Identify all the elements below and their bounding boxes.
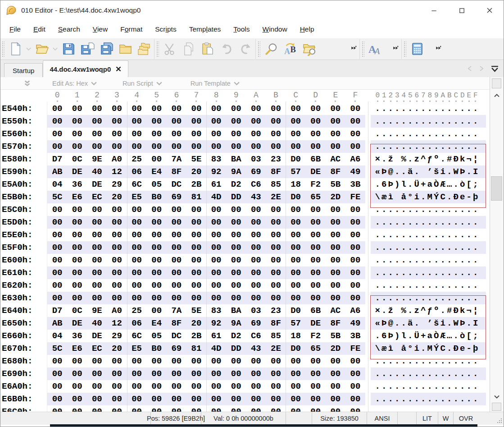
hex-byte[interactable]: 00 xyxy=(206,102,226,115)
ascii-char[interactable]: . xyxy=(427,393,433,405)
ascii-char[interactable]: . xyxy=(427,229,433,241)
ascii-char[interactable]: . xyxy=(394,216,401,229)
ascii-char[interactable]: . xyxy=(413,241,420,254)
hex-byte[interactable]: 20 xyxy=(186,317,206,330)
hex-byte[interactable]: 00 xyxy=(47,115,67,128)
hex-byte[interactable]: 00 xyxy=(147,203,167,216)
toolbar-grip[interactable] xyxy=(156,41,159,58)
ascii-char[interactable]: . xyxy=(453,380,459,393)
hex-byte[interactable]: DE xyxy=(67,165,87,178)
hex-byte[interactable]: 40 xyxy=(87,317,107,330)
hex-byte[interactable]: 2E xyxy=(266,342,286,355)
hex-byte[interactable]: 00 xyxy=(127,229,147,241)
tab-list-icon[interactable] xyxy=(490,65,499,72)
hex-byte[interactable]: 36 xyxy=(67,330,87,342)
hex-byte[interactable]: 00 xyxy=(306,367,326,380)
ascii-char[interactable]: . xyxy=(381,254,388,266)
hex-byte[interactable]: 00 xyxy=(226,115,246,128)
hex-byte[interactable]: D0 xyxy=(286,342,306,355)
ascii-char[interactable]: . xyxy=(453,241,459,254)
hex-byte[interactable]: 00 xyxy=(306,380,326,393)
menu-item-scripts[interactable]: Scripts xyxy=(149,23,182,36)
hex-byte[interactable]: 00 xyxy=(107,254,127,266)
toolbar-grip[interactable] xyxy=(1,41,5,58)
toolbar-overflow-button[interactable] xyxy=(393,45,399,53)
hex-byte[interactable]: 57 xyxy=(286,317,306,330)
ascii-char[interactable]: . xyxy=(400,115,407,128)
ascii-char[interactable]: . xyxy=(381,405,388,412)
status-insert-mode[interactable]: OVR xyxy=(453,412,478,425)
hex-byte[interactable]: F2 xyxy=(306,178,326,191)
hex-byte[interactable]: 00 xyxy=(67,115,87,128)
menu-item-view[interactable]: View xyxy=(86,23,114,36)
hex-byte[interactable]: 00 xyxy=(67,241,87,254)
hex-byte[interactable]: 00 xyxy=(306,203,326,216)
new-file-dropdown[interactable] xyxy=(25,40,32,58)
ascii-char[interactable]: . xyxy=(374,380,381,393)
hex-byte[interactable]: E5 xyxy=(127,342,147,355)
hex-byte[interactable]: 00 xyxy=(167,380,186,393)
hex-byte[interactable]: DD xyxy=(226,342,246,355)
hex-byte[interactable]: 00 xyxy=(167,405,186,412)
hex-byte[interactable]: 00 xyxy=(286,241,306,254)
ascii-char[interactable]: . xyxy=(433,216,440,229)
ascii-char[interactable]: . xyxy=(453,254,459,266)
hex-byte[interactable]: 6B xyxy=(306,304,326,317)
hex-byte[interactable]: DE xyxy=(306,165,326,178)
ascii-text[interactable]: ................ xyxy=(371,367,486,380)
ascii-char[interactable]: . xyxy=(413,266,420,279)
scrollbar-split-button-bottom[interactable] xyxy=(492,403,501,411)
ascii-text[interactable]: ................ xyxy=(371,393,486,405)
ascii-char[interactable]: . xyxy=(433,102,440,115)
hex-byte[interactable]: 00 xyxy=(47,128,67,140)
hex-byte[interactable]: 00 xyxy=(306,241,326,254)
hex-byte[interactable]: 5E xyxy=(186,153,206,165)
hex-byte[interactable]: 00 xyxy=(206,355,226,367)
hex-byte[interactable]: 00 xyxy=(286,292,306,304)
close-tab-icon[interactable] xyxy=(115,66,122,72)
ascii-char[interactable]: . xyxy=(394,266,401,279)
hex-byte[interactable]: 83 xyxy=(206,304,226,317)
ascii-char[interactable]: . xyxy=(413,380,420,393)
hex-byte[interactable]: 00 xyxy=(186,367,206,380)
hex-byte[interactable]: 2D xyxy=(326,342,345,355)
hex-byte[interactable]: 00 xyxy=(147,128,167,140)
hex-byte[interactable]: 00 xyxy=(47,380,67,393)
status-word-size[interactable]: W xyxy=(438,412,453,425)
hex-byte[interactable]: DC xyxy=(167,330,186,342)
ascii-char[interactable]: . xyxy=(466,405,472,412)
hex-byte[interactable]: 00 xyxy=(306,279,326,292)
hex-byte[interactable]: 00 xyxy=(167,102,186,115)
hex-byte[interactable]: BA xyxy=(226,153,246,165)
hex-byte[interactable]: 6C xyxy=(127,330,147,342)
ascii-char[interactable]: . xyxy=(400,393,407,405)
hex-byte[interactable]: 00 xyxy=(286,355,306,367)
ascii-char[interactable]: . xyxy=(472,254,479,266)
hex-byte[interactable]: 69 xyxy=(246,317,266,330)
hex-byte[interactable]: 00 xyxy=(87,203,107,216)
ascii-char[interactable]: . xyxy=(374,102,381,115)
hex-byte[interactable]: 61 xyxy=(206,178,226,191)
ascii-char[interactable]: . xyxy=(387,115,394,128)
hex-byte[interactable]: 00 xyxy=(186,102,206,115)
hex-byte[interactable]: 00 xyxy=(127,203,147,216)
ascii-char[interactable]: . xyxy=(466,254,472,266)
ascii-char[interactable]: . xyxy=(446,367,453,380)
hex-byte[interactable]: DE xyxy=(306,317,326,330)
ascii-char[interactable]: . xyxy=(440,380,446,393)
hex-editor-area[interactable]: 0123456789ABCDEF0123456789ABCDEFE540h:00… xyxy=(0,90,490,412)
ascii-char[interactable]: . xyxy=(394,367,401,380)
hex-byte[interactable]: 00 xyxy=(206,203,226,216)
hex-byte[interactable]: 00 xyxy=(206,292,226,304)
ascii-char[interactable]: . xyxy=(459,128,466,140)
hex-byte[interactable]: 00 xyxy=(167,292,186,304)
hex-byte[interactable]: 00 xyxy=(266,355,286,367)
ascii-char[interactable]: . xyxy=(466,115,472,128)
ascii-char[interactable]: . xyxy=(459,367,466,380)
ascii-char[interactable]: . xyxy=(394,115,401,128)
hex-byte[interactable]: F2 xyxy=(306,330,326,342)
hex-byte[interactable]: 7A xyxy=(167,153,186,165)
ascii-char[interactable]: . xyxy=(459,393,466,405)
ascii-char[interactable]: . xyxy=(453,266,459,279)
ascii-char[interactable]: . xyxy=(407,115,414,128)
